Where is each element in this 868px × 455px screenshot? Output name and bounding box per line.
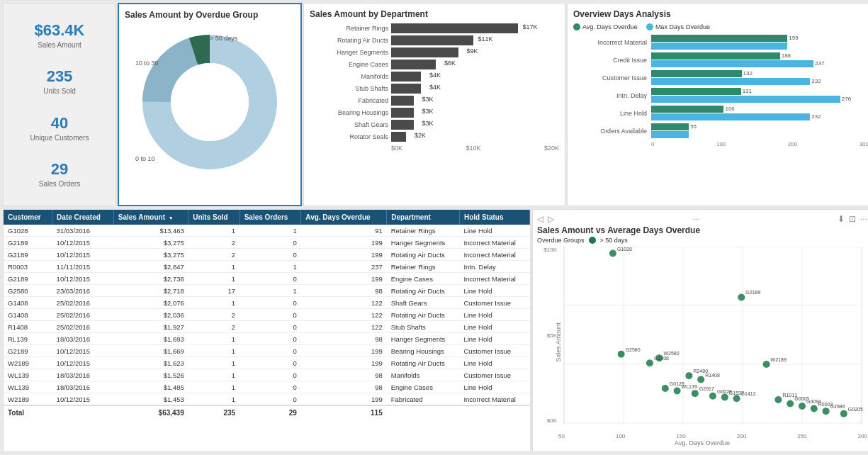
table-cell: 18/03/2016	[52, 333, 114, 345]
bar-fill: $17K	[391, 23, 518, 33]
svg-text:W2580: W2580	[663, 351, 679, 356]
table-row[interactable]: G218910/12/2015$3,27520199Rotating Air D…	[4, 249, 530, 261]
table-row[interactable]: G140825/02/2016$2,03620122Rotating Air D…	[4, 309, 530, 321]
kpi-sales-amount-value: $63.4K	[11, 21, 108, 40]
bar-track: $3K	[391, 120, 559, 130]
hbar-label: Line Hold	[573, 110, 651, 117]
footer-orders: 29	[239, 405, 301, 420]
bar-label: Rotating Air Ducts	[310, 37, 391, 44]
table-cell: G1408	[4, 309, 52, 321]
bar-fill: $6K	[391, 60, 436, 69]
bar-row: Engine Cases$6K	[310, 60, 559, 69]
table-cell: $1,526	[113, 369, 188, 381]
hbar-max-bar: 232	[651, 113, 868, 120]
table-cell: 0	[239, 297, 301, 309]
col-status[interactable]: Hold Status	[459, 210, 529, 225]
svg-text:G2917: G2917	[699, 386, 714, 391]
table-cell: Shaft Gears	[387, 297, 460, 309]
table-scroll[interactable]: Customer Date Created Sales Amount ▼ Uni…	[4, 210, 530, 420]
table-cell: 17	[188, 285, 239, 297]
table-cell: 199	[301, 237, 387, 249]
table-row[interactable]: G218910/12/2015$1,66910199Bearing Housin…	[4, 345, 530, 357]
bar-row: Shaft Gears$3K	[310, 120, 559, 130]
svg-text:G1028: G1028	[617, 247, 632, 252]
col-dept[interactable]: Department	[387, 210, 460, 225]
svg-point-30	[662, 385, 669, 392]
bar-fill: $3K	[391, 108, 414, 118]
table-cell: 0	[239, 273, 301, 285]
col-amount[interactable]: Sales Amount ▼	[113, 210, 188, 225]
table-row[interactable]: G218910/12/2015$3,27520199Hanger Segment…	[4, 237, 530, 249]
col-units[interactable]: Units Sold	[188, 210, 239, 225]
table-cell: Manifolds	[387, 369, 460, 381]
col-customer[interactable]: Customer	[4, 210, 52, 225]
table-row[interactable]: G218910/12/2015$2,73610199Engine CasesIn…	[4, 273, 530, 285]
download-icon[interactable]: ⬇	[838, 214, 845, 224]
col-orders[interactable]: Sales Orders	[239, 210, 301, 225]
svg-point-52	[840, 410, 847, 417]
svg-text:WL139: WL139	[682, 384, 697, 389]
table-row[interactable]: R140825/02/2016$1,92720122Stub ShaftsLin…	[4, 321, 530, 333]
table-cell: $2,036	[113, 309, 188, 321]
bar-axis: $0K $10K $20K	[310, 145, 559, 152]
bar-value: $17K	[522, 23, 537, 30]
scatter-x-label: Avg. Days Overdue	[537, 439, 867, 446]
table-cell: Customer Issue	[459, 297, 529, 309]
hbar-max-bar: 237	[651, 60, 868, 67]
table-row[interactable]: W218910/12/2015$1,62310199Rotating Air D…	[4, 357, 530, 369]
table-row[interactable]: RL13918/03/2016$1,6931098Hanger Segments…	[4, 333, 530, 345]
svg-point-26	[685, 372, 692, 379]
donut-title: Sales Amount by Overdue Group	[125, 10, 295, 20]
table-row[interactable]: WL13918/03/2016$1,4851098Engine CasesLin…	[4, 381, 530, 393]
table-cell: 0	[239, 237, 301, 249]
svg-text:G1408: G1408	[654, 356, 669, 361]
table-cell: 2	[188, 237, 239, 249]
table-cell: 1	[188, 381, 239, 393]
table-row[interactable]: WL13918/03/2016$1,5261098ManifoldsCustom…	[4, 369, 530, 381]
table-cell: G2189	[4, 273, 52, 285]
bar-chart: Retainer Rings$17KRotating Air Ducts$11K…	[310, 23, 559, 142]
table-cell: R1408	[4, 321, 52, 333]
hbar-label: Orders Available	[573, 128, 651, 135]
expand-icon[interactable]: ⊡	[849, 214, 856, 224]
table-cell: Fabricated	[387, 393, 460, 406]
more-icon[interactable]: ···	[860, 214, 867, 224]
kpi-panel: $63.4K Sales Amount 235 Units Sold 40 Un…	[3, 3, 116, 206]
table-cell: Hanger Segments	[387, 237, 460, 249]
bar-row: Stub Shafts$4K	[310, 84, 559, 94]
table-row[interactable]: R000311/11/2015$2,84711237Retainer Rings…	[4, 261, 530, 273]
footer-units: 235	[188, 405, 239, 420]
table-row[interactable]: G258023/03/2016$2,71817198Rotating Air D…	[4, 285, 530, 297]
col-date[interactable]: Date Created	[52, 210, 114, 225]
table-cell: 1	[188, 357, 239, 369]
col-avg-days[interactable]: Avg. Days Overdue	[301, 210, 387, 225]
table-row[interactable]: G140825/02/2016$2,07610122Shaft GearsCus…	[4, 297, 530, 309]
table-cell: 0	[239, 357, 301, 369]
scatter-title: Sales Amount vs Average Days Overdue	[537, 225, 867, 235]
kpi-sales-orders: 29 Sales Orders	[11, 160, 108, 188]
hbar-avg-bar: 188	[651, 52, 868, 60]
table-cell: $2,076	[113, 297, 188, 309]
bar-row: Rotator Seals$2K	[310, 132, 559, 142]
hbar-axis: 0 100 200 300	[573, 141, 868, 147]
hbar-label: Incorrect Material	[573, 39, 651, 46]
table-cell: 0	[239, 381, 301, 393]
table-cell: Line Hold	[459, 309, 529, 321]
table-cell: 18/03/2016	[52, 369, 114, 381]
nav-left-icon[interactable]: ◁	[537, 214, 543, 224]
bar-value: $4K	[429, 72, 441, 79]
hbar-bars: 188237	[651, 52, 868, 67]
hbar-legend-avg-color	[573, 23, 580, 30]
svg-text:R1408: R1408	[705, 373, 720, 378]
donut-svg	[139, 31, 281, 173]
table-header-row: Customer Date Created Sales Amount ▼ Uni…	[4, 210, 530, 225]
table-row[interactable]: W218910/12/2015$1,45310199FabricatedInco…	[4, 393, 530, 406]
hbar-title: Overview Days Analysis	[573, 9, 868, 19]
bar-row: Rotating Air Ducts$11K	[310, 35, 559, 45]
nav-right-icon[interactable]: ▷	[548, 214, 554, 224]
bar-label: Stub Shafts	[310, 85, 391, 92]
table-row[interactable]: G102831/03/2016$13,4631191Retainer Rings…	[4, 225, 530, 237]
bar-track: $6K	[391, 60, 559, 69]
svg-point-34	[692, 390, 699, 397]
table-cell: 31/03/2016	[52, 225, 114, 237]
